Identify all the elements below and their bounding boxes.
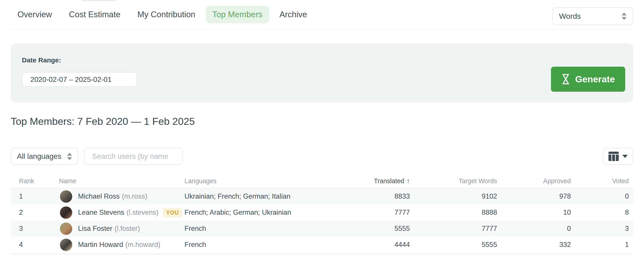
sort-arrows-icon	[622, 12, 626, 20]
language-filter-value: All languages	[17, 152, 61, 160]
approved-cell: 332	[502, 241, 575, 249]
member-name[interactable]: Lisa Foster	[78, 224, 112, 233]
rank-cell: 4	[11, 241, 59, 249]
name-cell: Lisa Foster (l.foster)	[59, 222, 184, 235]
table-row: 4 Martin Howard (m.howard) French 4444 5…	[11, 237, 633, 253]
generate-button-label: Generate	[575, 74, 615, 84]
column-header-approved[interactable]: Approved	[502, 178, 575, 185]
generate-button[interactable]: Generate	[551, 67, 625, 92]
table-row-partial	[11, 253, 633, 255]
search-input[interactable]	[84, 148, 183, 165]
avatar	[60, 206, 72, 219]
name-cell: Leane Stevens (l.stevens) YOU	[59, 206, 184, 219]
member-name[interactable]: Martin Howard	[78, 241, 123, 249]
languages-cell: French	[184, 241, 361, 249]
member-name[interactable]: Michael Ross	[78, 192, 120, 200]
approved-cell: 0	[502, 224, 575, 233]
target-words-cell: 8888	[414, 208, 502, 216]
tab-bar: Overview Cost Estimate My Contribution T…	[11, 0, 633, 30]
column-header-rank[interactable]: Rank	[11, 178, 59, 185]
target-words-cell: 5555	[414, 241, 502, 249]
sort-asc-icon: ↑	[406, 177, 410, 184]
tab-top-members[interactable]: Top Members	[206, 6, 269, 23]
translated-cell: 7777	[361, 208, 414, 216]
voted-cell: 0	[575, 192, 633, 200]
languages-cell: French; Arabic; German; Ukrainian	[184, 208, 361, 216]
translated-cell: 4444	[361, 241, 414, 249]
table-header-row: Rank Name Languages Translated↑ Target W…	[11, 174, 633, 188]
column-header-translated[interactable]: Translated↑	[361, 177, 414, 185]
column-header-voted[interactable]: Voted	[575, 178, 633, 185]
caret-down-icon	[622, 155, 628, 158]
column-header-name[interactable]: Name	[59, 178, 184, 185]
tab-my-contribution[interactable]: My Contribution	[131, 6, 202, 23]
columns-settings-button[interactable]	[603, 148, 633, 165]
translated-cell: 8833	[361, 192, 414, 200]
rank-cell: 1	[11, 192, 59, 200]
member-username: (l.foster)	[114, 224, 140, 233]
table-row: 1 Michael Ross (m.ross) Ukrainian; Frenc…	[11, 188, 633, 204]
approved-cell: 978	[502, 192, 575, 200]
avatar	[60, 222, 72, 235]
table-row: 3 Lisa Foster (l.foster) French 5555 777…	[11, 220, 633, 237]
table-row: 2 Leane Stevens (l.stevens) YOU French; …	[11, 204, 633, 220]
name-cell: Martin Howard (m.howard)	[59, 239, 184, 251]
date-range-input[interactable]	[22, 72, 137, 87]
target-words-cell: 7777	[414, 224, 502, 233]
language-filter-select[interactable]: All languages	[11, 148, 78, 165]
avatar	[60, 239, 72, 251]
columns-icon	[608, 152, 619, 161]
translated-cell: 5555	[361, 224, 414, 233]
languages-cell: French	[184, 224, 361, 233]
top-members-table: Rank Name Languages Translated↑ Target W…	[11, 174, 633, 255]
voted-cell: 3	[575, 224, 633, 233]
approved-cell: 10	[502, 208, 575, 216]
column-header-languages[interactable]: Languages	[184, 178, 361, 185]
unit-select[interactable]: Words	[552, 8, 633, 25]
name-cell: Michael Ross (m.ross)	[59, 190, 184, 203]
table-body: 1 Michael Ross (m.ross) Ukrainian; Frenc…	[11, 188, 633, 253]
date-range-label: Date Range:	[22, 56, 61, 64]
rank-cell: 2	[11, 208, 59, 216]
page-title: Top Members: 7 Feb 2020 — 1 Feb 2025	[11, 115, 633, 128]
languages-cell: Ukrainian; French; German; Italian	[184, 192, 361, 200]
report-panel: Date Range: Generate	[11, 44, 633, 102]
voted-cell: 1	[575, 241, 633, 249]
target-words-cell: 9102	[414, 192, 502, 200]
table-toolbar: All languages	[11, 148, 633, 165]
rank-cell: 3	[11, 224, 59, 233]
member-username: (l.stevens)	[126, 208, 158, 216]
sort-arrows-icon	[67, 153, 72, 160]
voted-cell: 8	[575, 208, 633, 216]
avatar	[60, 190, 72, 203]
member-name[interactable]: Leane Stevens	[78, 208, 124, 216]
hourglass-icon	[561, 74, 570, 85]
member-username: (m.ross)	[122, 192, 147, 200]
you-badge: YOU	[163, 208, 182, 218]
tab-cost-estimate[interactable]: Cost Estimate	[62, 6, 127, 23]
tab-archive[interactable]: Archive	[273, 6, 314, 23]
column-header-target-words[interactable]: Target Words	[414, 178, 502, 185]
tab-overview[interactable]: Overview	[11, 6, 58, 23]
member-username: (m.howard)	[126, 241, 160, 249]
unit-select-value: Words	[559, 12, 581, 20]
